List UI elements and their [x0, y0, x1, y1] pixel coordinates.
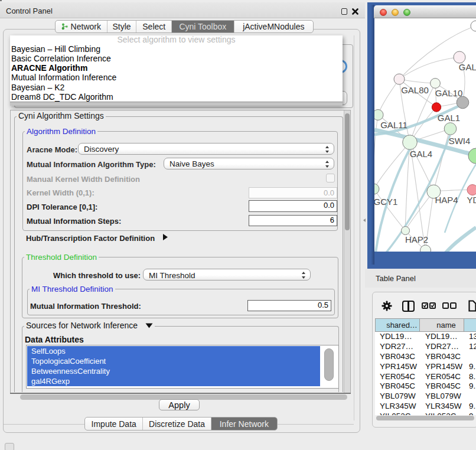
- svg-text:GAL80: GAL80: [401, 85, 429, 95]
- svg-text:HAP2: HAP2: [405, 234, 428, 244]
- svg-text:GAL4: GAL4: [410, 149, 432, 159]
- svg-text:SWI4: SWI4: [449, 136, 471, 146]
- svg-text:GAL10: GAL10: [435, 88, 463, 98]
- svg-text:GAL11: GAL11: [380, 120, 407, 130]
- svg-text:GAL7: GAL7: [459, 62, 476, 72]
- svg-text:HAP4: HAP4: [435, 195, 458, 205]
- svg-text:YD: YD: [467, 195, 476, 205]
- svg-text:GAL1: GAL1: [438, 113, 460, 123]
- svg-text:GCY1: GCY1: [374, 197, 397, 207]
